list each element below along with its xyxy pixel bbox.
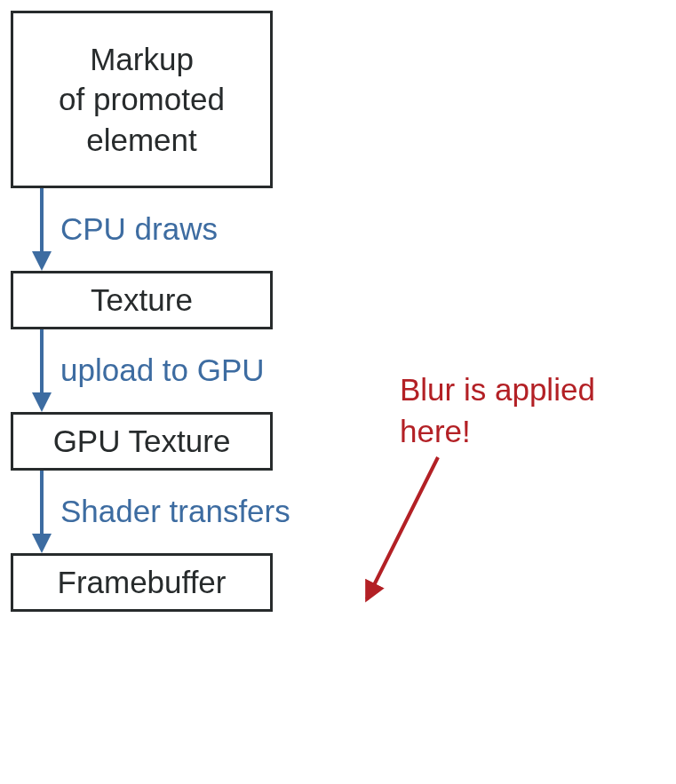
box-gpu-texture-label: GPU Texture [53, 421, 231, 462]
annotation-blur: Blur is applied here! [400, 368, 595, 453]
arrow-down-icon [40, 471, 44, 553]
svg-line-1 [367, 457, 438, 599]
arrow-label-cpu-draws: CPU draws [60, 211, 218, 247]
box-markup-line2: of promoted [59, 79, 225, 120]
box-framebuffer-label: Framebuffer [58, 562, 227, 603]
box-markup-line1: Markup [90, 39, 194, 80]
arrow-shader-transfers: Shader transfers [11, 471, 273, 553]
arrow-down-icon [40, 188, 44, 271]
annotation-arrow-icon [349, 448, 456, 626]
box-markup: Markup of promoted element [11, 11, 273, 188]
annotation-blur-line1: Blur is applied [400, 372, 595, 407]
box-texture-label: Texture [91, 280, 193, 321]
box-texture: Texture [11, 271, 273, 329]
annotation-blur-line2: here! [400, 414, 471, 448]
box-framebuffer: Framebuffer [11, 553, 273, 612]
arrow-down-icon [40, 329, 44, 412]
arrow-label-shader-transfers: Shader transfers [60, 494, 290, 529]
arrow-upload-gpu: upload to GPU [11, 329, 273, 412]
arrow-cpu-draws: CPU draws [11, 188, 273, 271]
arrow-label-upload-gpu: upload to GPU [60, 352, 265, 388]
flowchart-diagram: Markup of promoted element CPU draws Tex… [11, 11, 273, 612]
box-gpu-texture: GPU Texture [11, 412, 273, 471]
box-markup-line3: element [86, 120, 197, 161]
